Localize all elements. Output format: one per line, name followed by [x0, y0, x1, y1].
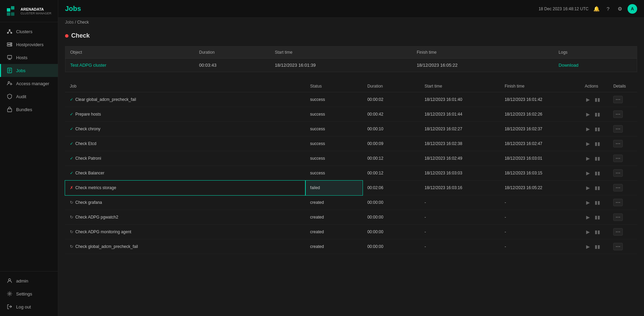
stop-button[interactable]: ▮▮: [593, 199, 602, 206]
job-status-cell: created: [305, 239, 363, 254]
stop-button[interactable]: ▮▮: [593, 96, 602, 103]
job-duration: 00:00:10: [363, 122, 420, 136]
details-button[interactable]: ⋯: [613, 125, 623, 133]
job-finish-time: -: [500, 239, 580, 254]
play-button[interactable]: ▶: [585, 170, 591, 176]
stop-button[interactable]: ▮▮: [593, 228, 602, 235]
job-name-label: Check metrics storage: [75, 185, 116, 190]
details-button[interactable]: ⋯: [613, 184, 623, 192]
job-start-time: 18/12/2023 16:02:38: [420, 136, 500, 151]
job-actions-cell: ▶ ▮▮: [580, 136, 609, 151]
play-button[interactable]: ▶: [585, 214, 591, 221]
col-finish-time: Finish time: [412, 47, 554, 58]
job-actions-cell: ▶ ▮▮: [580, 181, 609, 195]
play-button[interactable]: ▶: [585, 126, 591, 132]
details-button[interactable]: ⋯: [613, 228, 623, 236]
jobs-col-finish-time: Finish time: [500, 80, 580, 92]
details-button[interactable]: ⋯: [613, 155, 623, 162]
breadcrumb-jobs[interactable]: Jobs: [65, 20, 74, 25]
details-button[interactable]: ⋯: [613, 140, 623, 147]
job-name-label: Check ADPG pgwatch2: [75, 215, 118, 220]
sidebar-item-label: Settings: [16, 291, 32, 297]
stop-button[interactable]: ▮▮: [593, 126, 602, 132]
job-name-cell: ✓ Check Patroni: [65, 151, 305, 166]
stop-button[interactable]: ▮▮: [593, 184, 602, 191]
svg-rect-3: [7, 12, 10, 16]
svg-point-21: [8, 82, 10, 83]
job-details-cell: ⋯: [608, 181, 637, 195]
sidebar-item-label: Hostproviders: [16, 42, 43, 47]
job-start-time: 18/12/2023 16:03:03: [420, 166, 500, 181]
job-start-time: 18/12/2023 16:03:16: [420, 181, 500, 195]
play-button[interactable]: ▶: [585, 199, 591, 206]
download-link[interactable]: Download: [559, 63, 579, 68]
sidebar-item-label: Access manager: [16, 81, 49, 86]
job-name-label: Prepare hosts: [75, 112, 101, 117]
stop-button[interactable]: ▮▮: [593, 111, 602, 118]
help-icon[interactable]: ?: [604, 5, 612, 13]
summary-finish-time: 18/12/2023 16:05:22: [412, 58, 554, 72]
sidebar-item-bundles[interactable]: Bundles: [0, 103, 58, 116]
job-name-label: Check ADPG monitoring agent: [75, 229, 131, 234]
stop-button[interactable]: ▮▮: [593, 140, 602, 147]
play-button[interactable]: ▶: [585, 228, 591, 235]
job-details-cell: ⋯: [608, 195, 637, 210]
stop-button[interactable]: ▮▮: [593, 214, 602, 221]
sidebar-item-clusters[interactable]: Clusters: [0, 25, 58, 38]
stop-button[interactable]: ▮▮: [593, 243, 602, 250]
hostproviders-icon: [7, 41, 13, 48]
job-finish-time: 18/12/2023 16:03:01: [500, 151, 580, 166]
job-details-cell: ⋯: [608, 210, 637, 225]
sidebar-item-admin[interactable]: admin: [0, 274, 58, 287]
sidebar-item-jobs[interactable]: Jobs: [0, 64, 58, 77]
job-actions-cell: ▶ ▮▮: [580, 195, 609, 210]
details-button[interactable]: ⋯: [613, 199, 623, 206]
content-area: Check Object Duration Start time Finish …: [58, 27, 644, 316]
play-button[interactable]: ▶: [585, 96, 591, 103]
gear-icon[interactable]: ⚙: [616, 5, 623, 13]
play-button[interactable]: ▶: [585, 243, 591, 250]
sidebar-item-hosts[interactable]: Hosts: [0, 51, 58, 64]
details-button[interactable]: ⋯: [613, 96, 623, 103]
job-start-time: -: [420, 210, 500, 225]
status-dot: [65, 34, 68, 38]
sidebar-item-logout[interactable]: Log out: [0, 300, 58, 313]
svg-rect-1: [7, 8, 10, 12]
stop-button[interactable]: ▮▮: [593, 170, 602, 176]
avatar[interactable]: A: [628, 4, 637, 14]
sidebar-item-audit[interactable]: Audit: [0, 90, 58, 103]
details-button[interactable]: ⋯: [613, 213, 623, 221]
job-name-label: Check Etcd: [75, 141, 96, 146]
details-button[interactable]: ⋯: [613, 243, 623, 250]
sidebar-item-label: Audit: [16, 94, 26, 99]
job-start-time: -: [420, 225, 500, 239]
sidebar-item-hostproviders[interactable]: Hostproviders: [0, 38, 58, 51]
sidebar-bottom: admin Settings Log out: [0, 271, 58, 316]
job-status-cell: created: [305, 210, 363, 225]
svg-point-22: [10, 83, 12, 85]
access-manager-icon: [7, 80, 13, 87]
table-row: ↻ Check grafana created 00:00:00 - - ▶ ▮…: [65, 195, 637, 210]
job-details-cell: ⋯: [608, 107, 637, 122]
stop-button[interactable]: ▮▮: [593, 155, 602, 162]
job-status-icon: ✓: [70, 171, 73, 175]
details-button[interactable]: ⋯: [613, 110, 623, 118]
play-button[interactable]: ▶: [585, 140, 591, 147]
job-name-cell: ↻ Check global_adcm_precheck_fail: [65, 239, 305, 254]
play-button[interactable]: ▶: [585, 184, 591, 191]
summary-object-link[interactable]: Test ADPG cluster: [70, 63, 106, 68]
sidebar-item-settings[interactable]: Settings: [0, 287, 58, 300]
notifications-icon[interactable]: 🔔: [593, 5, 600, 13]
job-details-cell: ⋯: [608, 136, 637, 151]
job-finish-time: -: [500, 195, 580, 210]
svg-point-26: [9, 279, 11, 281]
job-name-label: Check chrony: [75, 127, 100, 131]
sidebar-item-access-manager[interactable]: Access manager: [0, 77, 58, 90]
play-button[interactable]: ▶: [585, 111, 591, 118]
job-finish-time: -: [500, 210, 580, 225]
job-finish-time: 18/12/2023 16:02:37: [500, 122, 580, 136]
play-button[interactable]: ▶: [585, 155, 591, 162]
job-name-cell: ✓ Check Etcd: [65, 136, 305, 151]
details-button[interactable]: ⋯: [613, 169, 623, 177]
job-actions-cell: ▶ ▮▮: [580, 225, 609, 239]
